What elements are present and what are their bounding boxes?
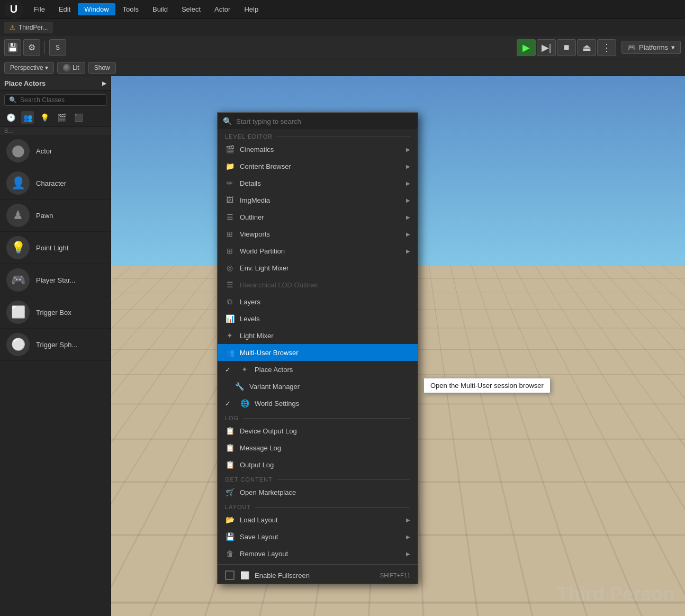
menu-env-light-mixer[interactable]: ◎ Env. Light Mixer: [218, 259, 418, 276]
menu-build[interactable]: Build: [146, 3, 174, 15]
menu-message-log[interactable]: 📋 Message Log: [218, 439, 418, 456]
warn-icon: ⚠: [10, 24, 15, 31]
menu-content-browser[interactable]: 📁 Content Browser ▶: [218, 158, 418, 175]
character-icon: 👤: [6, 171, 30, 195]
menu-layers[interactable]: ⧉ Layers: [218, 293, 418, 310]
menu-file[interactable]: File: [28, 3, 51, 15]
search-icon: 🔍: [9, 96, 17, 104]
sidebar-item-pointlight[interactable]: 💡 Point Light: [0, 232, 111, 264]
sidebar-item-character[interactable]: 👤 Character: [0, 167, 111, 200]
show-button[interactable]: Show: [88, 62, 116, 74]
menu-variant-manager[interactable]: 🔧 Variant Manager: [218, 378, 418, 395]
save-layout-icon: 💾: [225, 532, 235, 541]
output-log-icon: 📋: [225, 460, 235, 469]
menu-imgmedia[interactable]: 🖼 ImgMedia ▶: [218, 192, 418, 209]
play-controls: ▶ ▶| ■ ⏏ ⋮ 🎮 Platforms ▾: [517, 39, 681, 56]
settings-button[interactable]: ⚙: [23, 39, 40, 56]
menu-tools[interactable]: Tools: [116, 3, 145, 15]
menu-device-output-log[interactable]: 📋 Device Output Log: [218, 422, 418, 439]
play-next-button[interactable]: ▶|: [537, 39, 556, 56]
menu-remove-layout[interactable]: 🗑 Remove Layout ▶: [218, 545, 418, 562]
menu-help[interactable]: Help: [238, 3, 265, 15]
main-layout: Place Actors ▶ 🔍 Search Classes 🕐 👥 💡 🎬 …: [0, 76, 685, 616]
dropdown-search-input[interactable]: [236, 117, 412, 125]
remove-layout-arrow: ▶: [406, 551, 410, 557]
save-layout-arrow: ▶: [406, 534, 410, 540]
env-light-label: Env. Light Mixer: [240, 264, 289, 272]
menu-load-layout[interactable]: 📂 Load Layout ▶: [218, 511, 418, 528]
sidebar-item-actor[interactable]: ⬤ Actor: [0, 135, 111, 167]
menu-actor[interactable]: Actor: [208, 3, 237, 15]
perspective-button[interactable]: Perspective ▾: [4, 62, 54, 74]
app-logo: U: [4, 0, 23, 19]
load-layout-arrow: ▶: [406, 517, 410, 523]
eject-button[interactable]: ⏏: [577, 39, 596, 56]
env-light-icon: ◎: [225, 263, 235, 273]
menu-save-layout[interactable]: 💾 Save Layout ▶: [218, 528, 418, 545]
outliner-arrow: ▶: [406, 214, 410, 220]
play-button[interactable]: ▶: [517, 39, 536, 56]
outliner-icon: ☰: [225, 212, 235, 222]
sidebar-item-triggerbox[interactable]: ⬜ Trigger Box: [0, 296, 111, 329]
world-partition-label: World Partition: [240, 247, 285, 255]
menu-output-log[interactable]: 📋 Output Log: [218, 456, 418, 473]
menu-place-actors[interactable]: ✓ ✦ Place Actors: [218, 361, 418, 378]
search-box[interactable]: 🔍 Search Classes: [4, 94, 106, 106]
menu-world-settings[interactable]: ✓ 🌐 World Settings: [218, 395, 418, 412]
menu-levels[interactable]: 📊 Levels: [218, 310, 418, 327]
menu-select[interactable]: Select: [175, 3, 207, 15]
platforms-button[interactable]: 🎮 Platforms ▾: [621, 41, 681, 54]
menu-enable-fullscreen[interactable]: ⬜ Enable Fullscreen SHIFT+F11: [218, 567, 418, 584]
project-tab[interactable]: ⚠ ThirdPer...: [4, 22, 53, 33]
left-sidebar: Place Actors ▶ 🔍 Search Classes 🕐 👥 💡 🎬 …: [0, 76, 111, 616]
menu-light-mixer[interactable]: ✦ Light Mixer: [218, 327, 418, 344]
project-name: ThirdPer...: [19, 24, 48, 31]
pawn-icon: ♟: [6, 204, 30, 227]
light-mixer-label: Light Mixer: [240, 332, 274, 340]
marketplace-label: Open Marketplace: [240, 488, 296, 496]
details-arrow: ▶: [406, 180, 410, 186]
tab-shapes[interactable]: ⬛: [72, 111, 85, 124]
imgmedia-arrow: ▶: [406, 197, 410, 203]
sidebar-item-pawn[interactable]: ♟ Pawn: [0, 200, 111, 232]
toolbar-btn-s[interactable]: S: [49, 39, 66, 56]
tab-lights[interactable]: 💡: [38, 111, 51, 124]
more-button[interactable]: ⋮: [597, 39, 616, 56]
fullscreen-checkbox[interactable]: [225, 570, 235, 580]
menu-window[interactable]: Window: [78, 3, 115, 15]
menu-cinematics[interactable]: 🎬 Cinematics ▶: [218, 141, 418, 158]
triggerbox-label: Trigger Box: [36, 309, 71, 316]
levels-icon: 📊: [225, 314, 235, 323]
fullscreen-label: Enable Fullscreen: [255, 572, 310, 579]
stop-button[interactable]: ■: [557, 39, 576, 56]
device-output-log-icon: 📋: [225, 426, 235, 436]
sidebar-item-playerstart[interactable]: 🎮 Player Star...: [0, 264, 111, 296]
fullscreen-icon: ⬜: [240, 570, 249, 580]
sidebar-item-triggersphere[interactable]: ⚪ Trigger Sph...: [0, 329, 111, 361]
save-button[interactable]: 💾: [4, 39, 21, 56]
main-toolbar: 💾 ⚙ S ▶ ▶| ■ ⏏ ⋮ 🎮 Platforms ▾: [0, 36, 685, 59]
tab-recent[interactable]: 🕐: [4, 111, 17, 124]
menu-outliner[interactable]: ☰ Outliner ▶: [218, 209, 418, 225]
tab-icons: 🕐 👥 💡 🎬 ⬛: [0, 109, 111, 126]
tab-actors[interactable]: 👥: [21, 111, 34, 124]
viewport[interactable]: Third Person 🔍 LEVEL EDITOR 🎬 Cinematics…: [111, 76, 685, 616]
menu-viewports[interactable]: ⊞ Viewports ▶: [218, 225, 418, 242]
place-actors-label: Place Actors: [255, 366, 293, 374]
menu-edit[interactable]: Edit: [52, 3, 77, 15]
menu-details[interactable]: ✏ Details ▶: [218, 175, 418, 192]
place-actors-check: ✓: [225, 366, 235, 374]
menu-world-partition[interactable]: ⊞ World Partition ▶: [218, 242, 418, 259]
viewports-icon: ⊞: [225, 229, 235, 239]
remove-layout-icon: 🗑: [225, 549, 235, 558]
section-level-editor: LEVEL EDITOR: [218, 130, 418, 141]
tab-cinema[interactable]: 🎬: [55, 111, 68, 124]
world-settings-label: World Settings: [255, 400, 299, 407]
output-log-label: Output Log: [240, 461, 274, 469]
lit-dot: [63, 64, 70, 71]
sidebar-title: Place Actors: [4, 79, 46, 87]
menu-multi-user-browser[interactable]: 👥 Multi-User Browser: [218, 344, 418, 361]
menu-open-marketplace[interactable]: 🛒 Open Marketplace: [218, 484, 418, 501]
lit-button[interactable]: Lit: [57, 62, 85, 74]
hierarchical-lod-icon: ☰: [225, 280, 235, 289]
